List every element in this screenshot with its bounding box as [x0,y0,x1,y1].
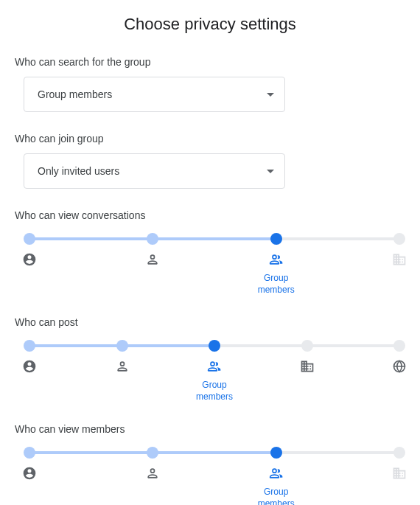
slider-view-members[interactable]: Group members [24,444,405,505]
dropdown-search-value: Group members [38,88,112,100]
dropdown-join-value: Only invited users [38,165,119,177]
section-view-conversations: Who can view conversations Group members [15,209,405,296]
account-circle-icon [22,252,37,267]
slider-option-label-members: Group members [254,273,298,296]
section-view-members-label: Who can view members [15,423,405,435]
group-icon [207,359,222,374]
account-circle-icon [22,359,37,374]
slider-option-label-members: Group members [192,380,237,403]
slider-node-managers[interactable] [147,447,158,459]
dropdown-search[interactable]: Group members [24,77,285,112]
slider-node-org[interactable] [393,233,405,245]
person-icon [145,252,160,267]
slider-option-label-members: Group members [254,487,298,505]
slider-node-owners[interactable] [24,340,35,352]
slider-node-owners[interactable] [24,447,35,459]
slider-node-members[interactable] [270,233,282,245]
slider-node-owners[interactable] [24,233,35,245]
section-join: Who can join group Only invited users [15,133,405,189]
chevron-down-icon [267,93,274,97]
public-icon [392,359,407,374]
slider-node-org[interactable] [393,447,405,459]
dropdown-join[interactable]: Only invited users [24,153,285,189]
section-post: Who can post Group members [15,316,405,403]
slider-post[interactable]: Group members [24,337,405,403]
domain-icon [392,252,407,267]
slider-node-members[interactable] [270,447,282,459]
chevron-down-icon [267,170,274,173]
slider-node-web[interactable] [393,340,405,352]
group-icon [269,252,284,267]
section-view-conversations-label: Who can view conversations [15,209,405,221]
domain-icon [300,359,315,374]
section-view-members: Who can view members Group members [15,423,405,505]
section-search: Who can search for the group Group membe… [15,56,405,112]
section-post-label: Who can post [15,316,405,328]
section-join-label: Who can join group [15,133,405,144]
person-icon [115,359,130,374]
slider-node-org[interactable] [301,340,313,352]
domain-icon [392,466,407,481]
person-icon [145,466,160,481]
group-icon [269,466,284,481]
slider-node-managers[interactable] [147,233,158,245]
page-title: Choose privacy settings [15,15,405,34]
section-search-label: Who can search for the group [15,56,405,68]
slider-node-members[interactable] [209,340,220,352]
slider-view-conversations[interactable]: Group members [24,230,405,296]
account-circle-icon [22,466,37,481]
slider-node-managers[interactable] [116,340,128,352]
